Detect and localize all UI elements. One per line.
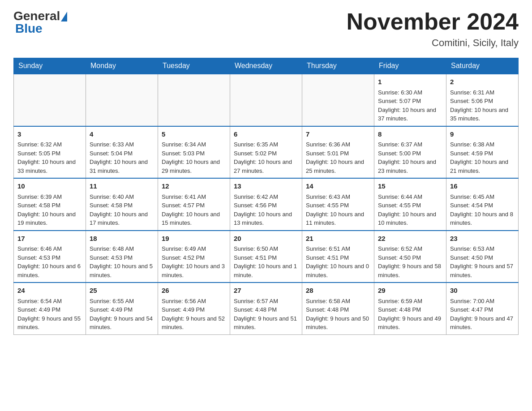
day-info-line: Sunset: 4:53 PM bbox=[17, 253, 82, 262]
calendar-day-cell: 4Sunrise: 6:33 AMSunset: 5:04 PMDaylight… bbox=[86, 126, 158, 179]
day-info-line: Sunrise: 6:31 AM bbox=[450, 88, 515, 97]
calendar-day-cell: 1Sunrise: 6:30 AMSunset: 5:07 PMDaylight… bbox=[374, 74, 446, 126]
calendar-week-row: 24Sunrise: 6:54 AMSunset: 4:49 PMDayligh… bbox=[14, 283, 519, 334]
day-info-line: Sunset: 5:00 PM bbox=[378, 149, 442, 158]
day-info-line: Sunset: 4:50 PM bbox=[450, 253, 515, 262]
day-info-line: Daylight: 9 hours and 58 minutes. bbox=[378, 262, 442, 279]
calendar-day-cell: 13Sunrise: 6:42 AMSunset: 4:56 PMDayligh… bbox=[230, 178, 302, 231]
day-number: 10 bbox=[17, 181, 82, 192]
day-info-line: Sunrise: 6:53 AM bbox=[450, 244, 515, 253]
weekday-header-sunday: Sunday bbox=[14, 58, 86, 74]
calendar-day-cell: 3Sunrise: 6:32 AMSunset: 5:05 PMDaylight… bbox=[14, 126, 86, 179]
day-info-line: Daylight: 10 hours and 13 minutes. bbox=[234, 210, 298, 227]
day-info-line: Sunset: 5:05 PM bbox=[17, 149, 82, 158]
day-number: 29 bbox=[378, 286, 442, 296]
day-info-line: Daylight: 10 hours and 1 minute. bbox=[234, 262, 298, 279]
calendar-week-row: 1Sunrise: 6:30 AMSunset: 5:07 PMDaylight… bbox=[14, 74, 519, 126]
day-info-line: Sunset: 5:07 PM bbox=[378, 97, 442, 106]
day-info-line: Daylight: 10 hours and 11 minutes. bbox=[306, 210, 370, 227]
day-info-line: Sunrise: 7:00 AM bbox=[450, 297, 515, 306]
calendar-day-cell: 29Sunrise: 6:59 AMSunset: 4:48 PMDayligh… bbox=[374, 283, 446, 334]
day-info-line: Daylight: 10 hours and 33 minutes. bbox=[17, 158, 82, 175]
day-number: 28 bbox=[306, 286, 370, 296]
day-info-line: Daylight: 9 hours and 52 minutes. bbox=[162, 314, 226, 332]
day-number: 16 bbox=[450, 181, 515, 192]
day-number: 22 bbox=[378, 234, 442, 244]
calendar-day-cell: 12Sunrise: 6:41 AMSunset: 4:57 PMDayligh… bbox=[158, 178, 230, 231]
day-info-line: Daylight: 10 hours and 6 minutes. bbox=[17, 262, 82, 279]
day-info-line: Sunrise: 6:56 AM bbox=[162, 297, 226, 306]
day-number: 15 bbox=[378, 181, 442, 192]
day-info-line: Sunrise: 6:37 AM bbox=[378, 140, 442, 149]
day-info-line: Sunrise: 6:50 AM bbox=[234, 244, 298, 253]
day-info-line: Daylight: 10 hours and 23 minutes. bbox=[378, 158, 442, 175]
day-info-line: Daylight: 10 hours and 0 minutes. bbox=[306, 262, 370, 279]
day-info-line: Sunset: 5:01 PM bbox=[306, 149, 370, 158]
day-number: 18 bbox=[90, 234, 154, 244]
calendar-day-cell: 26Sunrise: 6:56 AMSunset: 4:49 PMDayligh… bbox=[158, 283, 230, 334]
day-number: 30 bbox=[450, 286, 515, 296]
location-subtitle: Comitini, Sicily, Italy bbox=[347, 37, 519, 49]
day-info-line: Sunrise: 6:30 AM bbox=[378, 88, 442, 97]
day-number: 9 bbox=[450, 129, 515, 140]
calendar-day-cell: 16Sunrise: 6:45 AMSunset: 4:54 PMDayligh… bbox=[446, 178, 519, 231]
day-info-line: Sunrise: 6:34 AM bbox=[162, 140, 226, 149]
calendar-day-cell: 10Sunrise: 6:39 AMSunset: 4:58 PMDayligh… bbox=[14, 178, 86, 231]
logo-blue-text: Blue bbox=[15, 21, 43, 36]
calendar-week-row: 3Sunrise: 6:32 AMSunset: 5:05 PMDaylight… bbox=[14, 126, 519, 179]
weekday-header-wednesday: Wednesday bbox=[230, 58, 302, 74]
calendar-day-cell: 23Sunrise: 6:53 AMSunset: 4:50 PMDayligh… bbox=[446, 231, 519, 283]
calendar-day-cell: 15Sunrise: 6:44 AMSunset: 4:55 PMDayligh… bbox=[374, 178, 446, 231]
title-area: November 2024 Comitini, Sicily, Italy bbox=[347, 9, 519, 49]
day-info-line: Sunset: 4:54 PM bbox=[450, 201, 515, 210]
calendar-header-row: SundayMondayTuesdayWednesdayThursdayFrid… bbox=[14, 58, 519, 74]
day-info-line: Daylight: 9 hours and 50 minutes. bbox=[306, 314, 370, 332]
calendar-day-cell bbox=[14, 74, 86, 126]
day-info-line: Daylight: 10 hours and 5 minutes. bbox=[90, 262, 154, 279]
day-info-line: Sunrise: 6:36 AM bbox=[306, 140, 370, 149]
day-info-line: Sunset: 4:53 PM bbox=[90, 253, 154, 262]
day-info-line: Sunset: 4:55 PM bbox=[378, 201, 442, 210]
day-number: 13 bbox=[234, 181, 298, 192]
day-info-line: Daylight: 10 hours and 21 minutes. bbox=[450, 158, 515, 175]
day-info-line: Daylight: 10 hours and 25 minutes. bbox=[306, 158, 370, 175]
calendar-day-cell: 8Sunrise: 6:37 AMSunset: 5:00 PMDaylight… bbox=[374, 126, 446, 179]
calendar-day-cell: 17Sunrise: 6:46 AMSunset: 4:53 PMDayligh… bbox=[14, 231, 86, 283]
day-info-line: Sunset: 4:59 PM bbox=[450, 149, 515, 158]
calendar-week-row: 10Sunrise: 6:39 AMSunset: 4:58 PMDayligh… bbox=[14, 178, 519, 231]
calendar-day-cell: 20Sunrise: 6:50 AMSunset: 4:51 PMDayligh… bbox=[230, 231, 302, 283]
page-header: General Blue November 2024 Comitini, Sic… bbox=[13, 9, 519, 49]
day-info-line: Sunrise: 6:59 AM bbox=[378, 297, 442, 306]
calendar-day-cell bbox=[158, 74, 230, 126]
day-info-line: Sunrise: 6:32 AM bbox=[17, 140, 82, 149]
day-info-line: Sunrise: 6:57 AM bbox=[234, 297, 298, 306]
day-info-line: Sunrise: 6:38 AM bbox=[450, 140, 515, 149]
day-info-line: Daylight: 10 hours and 35 minutes. bbox=[450, 106, 515, 123]
day-info-line: Daylight: 10 hours and 3 minutes. bbox=[162, 262, 226, 279]
day-info-line: Daylight: 9 hours and 49 minutes. bbox=[378, 314, 442, 332]
day-number: 24 bbox=[17, 286, 82, 296]
day-info-line: Daylight: 10 hours and 37 minutes. bbox=[378, 106, 442, 123]
calendar-day-cell: 18Sunrise: 6:48 AMSunset: 4:53 PMDayligh… bbox=[86, 231, 158, 283]
day-info-line: Daylight: 9 hours and 57 minutes. bbox=[450, 262, 515, 279]
day-info-line: Sunrise: 6:48 AM bbox=[90, 244, 154, 253]
calendar-day-cell bbox=[230, 74, 302, 126]
weekday-header-friday: Friday bbox=[374, 58, 446, 74]
day-number: 2 bbox=[450, 77, 515, 87]
calendar-day-cell: 11Sunrise: 6:40 AMSunset: 4:58 PMDayligh… bbox=[86, 178, 158, 231]
calendar-day-cell: 6Sunrise: 6:35 AMSunset: 5:02 PMDaylight… bbox=[230, 126, 302, 179]
day-info-line: Daylight: 9 hours and 51 minutes. bbox=[234, 314, 298, 332]
day-info-line: Sunset: 4:58 PM bbox=[90, 201, 154, 210]
day-info-line: Sunrise: 6:41 AM bbox=[162, 193, 226, 201]
day-info-line: Sunrise: 6:42 AM bbox=[234, 193, 298, 201]
logo: General Blue bbox=[13, 9, 67, 36]
calendar-day-cell: 21Sunrise: 6:51 AMSunset: 4:51 PMDayligh… bbox=[302, 231, 374, 283]
day-number: 11 bbox=[90, 181, 154, 192]
calendar-day-cell: 19Sunrise: 6:49 AMSunset: 4:52 PMDayligh… bbox=[158, 231, 230, 283]
weekday-header-tuesday: Tuesday bbox=[158, 58, 230, 74]
logo-triangle-icon bbox=[61, 12, 67, 21]
day-info-line: Sunrise: 6:51 AM bbox=[306, 244, 370, 253]
day-number: 17 bbox=[17, 234, 82, 244]
day-info-line: Sunset: 4:49 PM bbox=[90, 305, 154, 314]
day-info-line: Sunset: 4:49 PM bbox=[162, 305, 226, 314]
